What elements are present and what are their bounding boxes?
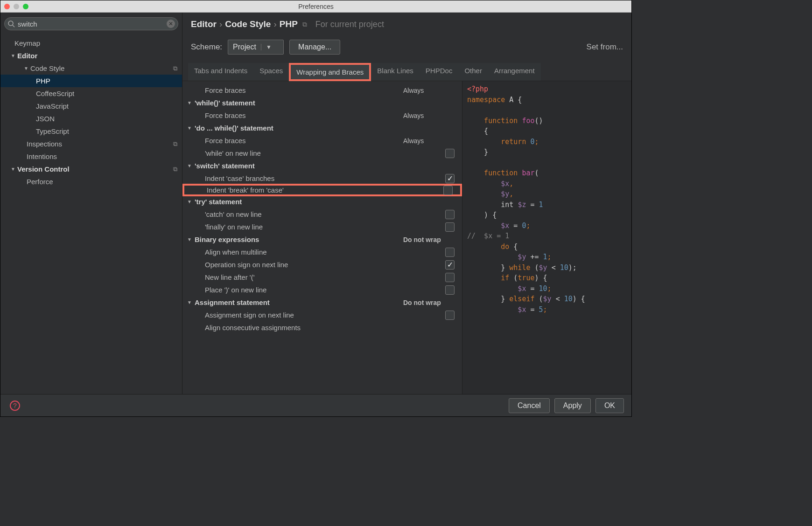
tree-item-perforce[interactable]: Perforce <box>0 175 182 188</box>
tree-item-editor[interactable]: ▼Editor <box>0 49 182 62</box>
chevron-down-icon: ▼ <box>11 53 16 58</box>
chevron-down-icon: ▼ <box>187 300 194 305</box>
copy-icon: ⧉ <box>173 140 177 148</box>
ok-button[interactable]: OK <box>595 398 624 413</box>
chevron-down-icon: ▼ <box>187 163 194 168</box>
row-op-sign-next[interactable]: Operation sign on next line <box>182 258 462 271</box>
tab-spaces[interactable]: Spaces <box>253 63 289 81</box>
chevron-down-icon: ▼ <box>187 125 194 131</box>
scheme-select[interactable]: Project ▼ <box>228 40 284 55</box>
tree-item-coffeescript[interactable]: CoffeeScript <box>0 87 182 100</box>
checkbox[interactable] <box>445 149 455 158</box>
row-while-newline[interactable]: 'while' on new line <box>182 147 462 159</box>
search-field[interactable]: ✕ <box>4 17 178 30</box>
group-switch-statement[interactable]: ▼'switch' statement <box>182 159 462 172</box>
checkbox[interactable] <box>445 222 455 232</box>
checkbox[interactable] <box>445 311 455 320</box>
tab-phpdoc[interactable]: PHPDoc <box>420 63 459 81</box>
row-force-braces[interactable]: Force bracesAlways <box>182 134 462 147</box>
row-newline-after-paren[interactable]: New line after '(' <box>182 271 462 284</box>
preferences-window: Preferences ✕ Keymap ▼Editor ▼Code Style… <box>0 0 632 417</box>
tree-item-keymap[interactable]: Keymap <box>0 37 182 49</box>
chevron-down-icon: ▼ <box>187 237 194 242</box>
manage-button[interactable]: Manage... <box>289 40 340 55</box>
row-align-consecutive[interactable]: Align consecutive assignments <box>182 321 462 334</box>
checkbox[interactable] <box>445 174 455 183</box>
row-force-braces[interactable]: Force bracesAlways <box>182 109 462 122</box>
code-preview: <?php namespace A { function foo() { ret… <box>462 81 631 394</box>
set-from-link[interactable]: Set from... <box>587 42 623 52</box>
titlebar: Preferences <box>0 0 631 13</box>
project-icon: ⧉ <box>302 21 307 28</box>
chevron-down-icon: ▼ <box>187 100 194 105</box>
tab-tabs-indents[interactable]: Tabs and Indents <box>188 63 253 81</box>
tree-item-php[interactable]: PHP <box>0 75 182 87</box>
group-binary-expr[interactable]: ▼Binary expressionsDo not wrap <box>182 233 462 246</box>
group-try-statement[interactable]: ▼'try' statement <box>182 195 462 208</box>
checkbox[interactable] <box>445 210 455 219</box>
checkbox[interactable] <box>445 260 455 270</box>
breadcrumb: Editor›Code Style›PHP ⧉ For current proj… <box>182 13 631 29</box>
search-clear-button[interactable]: ✕ <box>167 20 175 28</box>
tab-blank-lines[interactable]: Blank Lines <box>371 63 420 81</box>
checkbox[interactable] <box>445 248 455 257</box>
chevron-down-icon: ▼ <box>11 166 16 172</box>
chevron-down-icon: ▼ <box>24 66 29 71</box>
copy-icon: ⧉ <box>173 65 177 72</box>
row-align-multiline[interactable]: Align when multiline <box>182 246 462 258</box>
search-icon <box>7 20 15 28</box>
group-assignment[interactable]: ▼Assignment statementDo not wrap <box>182 296 462 309</box>
tree-item-version-control[interactable]: ▼Version Control⧉ <box>0 163 182 175</box>
window-title: Preferences <box>0 3 631 10</box>
dialog-footer: ? Cancel Apply OK <box>0 394 631 416</box>
tab-other[interactable]: Other <box>458 63 488 81</box>
cancel-button[interactable]: Cancel <box>509 398 550 413</box>
checkbox[interactable] <box>445 273 455 282</box>
tab-wrapping-braces[interactable]: Wrapping and Braces <box>289 63 371 81</box>
row-finally-newline[interactable]: 'finally' on new line <box>182 221 462 233</box>
tree-item-code-style[interactable]: ▼Code Style⧉ <box>0 62 182 75</box>
row-place-paren-newline[interactable]: Place ')' on new line <box>182 284 462 296</box>
group-while-statement[interactable]: ▼'while()' statement <box>182 97 462 109</box>
tree-item-json[interactable]: JSON <box>0 112 182 125</box>
sidebar: ✕ Keymap ▼Editor ▼Code Style⧉ PHP Coffee… <box>0 13 182 394</box>
svg-point-0 <box>8 21 13 26</box>
breadcrumb-hint: For current project <box>315 20 384 29</box>
tabbar: Tabs and Indents Spaces Wrapping and Bra… <box>182 63 631 81</box>
tree-item-javascript[interactable]: JavaScript <box>0 100 182 112</box>
settings-tree: Keymap ▼Editor ▼Code Style⧉ PHP CoffeeSc… <box>0 35 182 190</box>
tree-item-intentions[interactable]: Intentions <box>0 150 182 163</box>
tree-item-inspections[interactable]: Inspections⧉ <box>0 138 182 150</box>
tab-arrangement[interactable]: Arrangement <box>488 63 541 81</box>
row-indent-break[interactable]: Indent 'break' from 'case' <box>182 184 462 196</box>
checkbox[interactable] <box>443 186 453 195</box>
settings-list: Force bracesAlways ▼'while()' statement … <box>182 81 462 394</box>
scheme-label: Scheme: <box>191 42 222 52</box>
group-do-while-statement[interactable]: ▼'do ... while()' statement <box>182 122 462 134</box>
row-indent-case[interactable]: Indent 'case' branches <box>182 172 462 185</box>
row-assign-sign-next[interactable]: Assignment sign on next line <box>182 309 462 321</box>
apply-button[interactable]: Apply <box>554 398 591 413</box>
checkbox[interactable] <box>445 285 455 295</box>
svg-line-1 <box>13 25 14 27</box>
tree-item-typescript[interactable]: TypeScript <box>0 125 182 138</box>
row-catch-newline[interactable]: 'catch' on new line <box>182 208 462 221</box>
copy-icon: ⧉ <box>173 166 177 173</box>
search-input[interactable] <box>15 20 167 28</box>
help-button[interactable]: ? <box>10 401 20 411</box>
row-force-braces[interactable]: Force bracesAlways <box>182 84 462 97</box>
chevron-down-icon: ▼ <box>187 199 194 204</box>
chevron-down-icon: ▼ <box>261 44 272 50</box>
